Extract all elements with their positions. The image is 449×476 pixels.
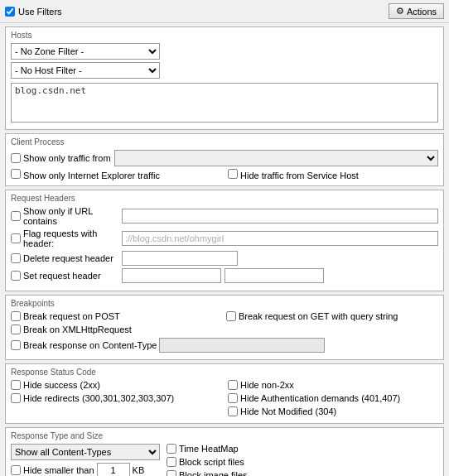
delete-header-checkbox[interactable] (11, 253, 21, 263)
breakpoints-label: Breakpoints (11, 299, 438, 308)
breakpoints-section: Breakpoints Break request on POST Break … (5, 295, 444, 360)
hide-success-checkbox[interactable] (11, 380, 21, 390)
response-type-right: Time HeatMap Block script files Block im… (167, 444, 248, 476)
smaller-value-input[interactable] (97, 463, 130, 476)
show-url-checkbox[interactable] (11, 211, 21, 221)
request-headers-section: Request Headers Show only if URL contain… (5, 190, 444, 291)
content-type-input[interactable] (159, 338, 325, 353)
hide-redirects-checkbox[interactable] (11, 393, 21, 403)
set-header-label-wrap: Set request header (11, 271, 118, 281)
break-xml-checkbox[interactable] (11, 325, 21, 334)
response-type-section: Response Type and Size Show all Content-… (5, 427, 444, 476)
traffic-from-dropdown[interactable] (114, 150, 438, 166)
host-textarea-wrap: blog.csdn.net (11, 81, 438, 124)
set-header-checkbox[interactable] (11, 271, 21, 281)
hide-auth-row: Hide Authentication demands (401,407) (228, 393, 438, 403)
block-image-row: Block image files (167, 470, 248, 476)
break-get-row: Break request on GET with query string (226, 311, 438, 321)
hide-service-label[interactable]: Hide traffic from Service Host (228, 171, 359, 180)
use-filters-checkbox[interactable] (5, 7, 15, 17)
request-headers-label: Request Headers (11, 194, 438, 203)
break-post-row: Break request on POST (11, 311, 223, 321)
hide-smaller-checkbox[interactable] (11, 465, 21, 475)
time-heatmap-checkbox[interactable] (167, 444, 176, 454)
hide-not-modified-checkbox[interactable] (228, 406, 238, 416)
zone-filter-dropdown[interactable]: - No Zone Filter - (11, 43, 160, 60)
block-script-checkbox[interactable] (167, 457, 176, 467)
kb-label: KB (133, 465, 145, 475)
set-header-name-input[interactable] (122, 268, 221, 283)
hide-auth-checkbox[interactable] (228, 393, 238, 403)
show-url-label-wrap: Show only if URL contains (11, 206, 118, 226)
hosts-label: Hosts (11, 31, 438, 40)
response-type-main: Show all Content-Types Hide smaller than… (11, 444, 438, 476)
host-textarea[interactable]: blog.csdn.net (11, 83, 438, 123)
delete-header-label-wrap: Delete request header (11, 253, 118, 263)
block-script-row: Block script files (167, 457, 248, 467)
response-status-label: Response Status Code (11, 368, 438, 377)
time-heatmap-row: Time HeatMap (167, 444, 248, 454)
content-types-dropdown[interactable]: Show all Content-Types (11, 444, 160, 460)
break-content-type-checkbox[interactable] (11, 340, 21, 350)
flag-requests-label-wrap: Flag requests with header: (11, 228, 118, 248)
host-filter-dropdown[interactable]: - No Host Filter - (11, 62, 160, 79)
client-process-label: Client Process (11, 137, 438, 147)
hosts-section: Hosts - No Zone Filter - - No Host Filte… (5, 26, 444, 130)
show-ie-checkbox[interactable] (11, 169, 21, 179)
hide-non2xx-checkbox[interactable] (228, 380, 238, 390)
actions-icon: ⚙ (396, 6, 404, 17)
show-only-traffic-label[interactable]: Show only traffic from (11, 153, 111, 163)
response-type-label: Response Type and Size (11, 431, 438, 440)
delete-header-input[interactable] (122, 251, 238, 266)
set-header-row: Set request header (11, 268, 438, 283)
response-status-grid: Hide success (2xx) Hide non-2xx Hide red… (11, 380, 438, 418)
show-only-traffic-row: Show only traffic from (11, 150, 438, 166)
break-get-checkbox[interactable] (226, 311, 236, 321)
flag-requests-checkbox[interactable] (11, 233, 21, 243)
client-process-two-col: Show only Internet Explorer traffic Hide… (11, 169, 438, 180)
hide-service-checkbox[interactable] (228, 169, 238, 179)
set-header-value-input[interactable] (224, 268, 324, 283)
response-type-left: Show all Content-Types Hide smaller than… (11, 444, 160, 476)
top-bar: Use Filters ⚙ Actions (0, 0, 449, 23)
client-process-section: Client Process Show only traffic from Sh… (5, 133, 444, 186)
response-status-section: Response Status Code Hide success (2xx) … (5, 363, 444, 424)
block-image-checkbox[interactable] (167, 470, 176, 476)
break-xml-row: Break on XMLHttpRequest (11, 325, 223, 334)
actions-button[interactable]: ⚙ Actions (389, 3, 444, 19)
hide-success-row: Hide success (2xx) (11, 380, 221, 390)
smaller-than-row: Hide smaller than KB (11, 463, 160, 476)
hide-not-modified-row: Hide Not Modified (304) (228, 406, 438, 416)
hide-redirects-row: Hide redirects (300,301,302,303,307) (11, 393, 221, 403)
show-url-row: Show only if URL contains (11, 206, 438, 226)
break-post-checkbox[interactable] (11, 311, 21, 321)
breakpoints-grid: Break request on POST Break request on G… (11, 311, 438, 336)
delete-header-row: Delete request header (11, 251, 438, 266)
use-filters-container: Use Filters (5, 7, 62, 17)
show-ie-label[interactable]: Show only Internet Explorer traffic (11, 171, 160, 180)
flag-header-input[interactable] (122, 231, 438, 246)
hide-non2xx-row: Hide non-2xx (228, 380, 438, 390)
flag-requests-row: Flag requests with header: (11, 228, 438, 248)
show-only-traffic-checkbox[interactable] (11, 153, 21, 163)
show-ie-col: Show only Internet Explorer traffic (11, 169, 221, 180)
use-filters-label: Use Filters (18, 7, 62, 17)
url-contains-input[interactable] (122, 209, 438, 224)
actions-label: Actions (407, 7, 437, 17)
hide-service-col: Hide traffic from Service Host (228, 169, 438, 180)
break-content-type-row: Break response on Content-Type (11, 338, 438, 353)
